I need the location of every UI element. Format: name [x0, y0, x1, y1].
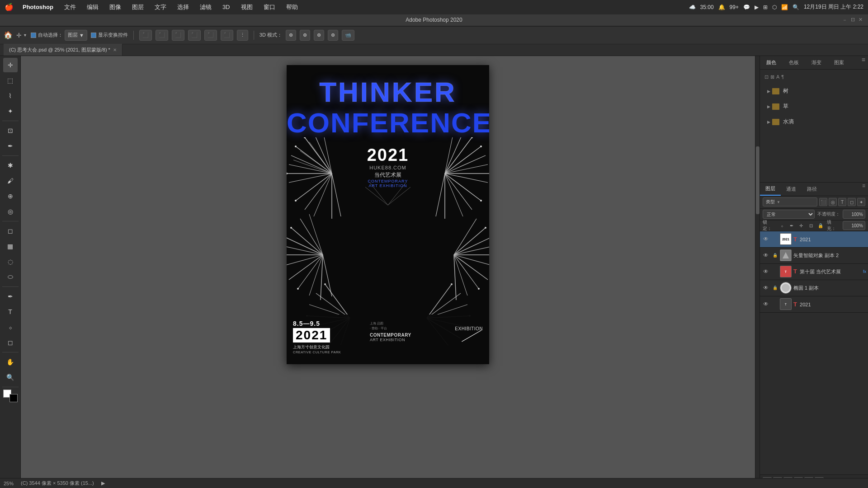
align-center-h-btn[interactable]: ⬛: [156, 30, 168, 41]
align-top-btn[interactable]: ⬛: [188, 30, 201, 41]
tab-close-btn[interactable]: ✕: [113, 47, 117, 52]
layer-vis-5[interactable]: 👁: [762, 300, 770, 308]
tab-pattern[interactable]: 图案: [828, 56, 850, 69]
3d-btn4[interactable]: ⊕: [328, 30, 338, 41]
v-scrollbar-thumb[interactable]: [756, 146, 760, 214]
align-right-btn[interactable]: ⬛: [172, 30, 184, 41]
menu-photoshop[interactable]: Photoshop: [21, 4, 55, 10]
layer-vis-2[interactable]: 👁: [762, 251, 770, 259]
tab-paths[interactable]: 路径: [802, 183, 822, 196]
apple-menu[interactable]: 🍎: [5, 3, 14, 11]
layer-vis-3[interactable]: 👁: [762, 267, 770, 276]
tree-item-2[interactable]: ▶ 草: [764, 101, 863, 113]
transform-checkbox[interactable]: 显示变换控件: [91, 32, 128, 38]
auto-select-checkbox[interactable]: 自动选择： 图层 ▼: [31, 30, 87, 41]
window-control[interactable]: －: [842, 17, 847, 23]
3d-btn3[interactable]: ⊕: [314, 30, 324, 41]
tab-gradient[interactable]: 渐变: [805, 56, 828, 69]
lock-all-icon[interactable]: 🔒: [817, 222, 824, 229]
menu-window[interactable]: 窗口: [262, 3, 277, 11]
history-brush-tool[interactable]: ◎: [3, 204, 18, 219]
window-close[interactable]: ✕: [859, 17, 863, 23]
menu-image[interactable]: 图像: [108, 3, 123, 11]
quick-select-tool[interactable]: ✦: [3, 104, 18, 118]
layer-item-5[interactable]: 👁 T T 2021: [760, 296, 868, 313]
lock-move-icon[interactable]: ⊡: [807, 222, 814, 229]
menu-edit[interactable]: 编辑: [85, 3, 100, 11]
fill-input[interactable]: [843, 221, 865, 230]
home-icon[interactable]: 🏠: [4, 31, 13, 39]
menu-text[interactable]: 文字: [153, 3, 168, 11]
ai-icon[interactable]: A: [776, 74, 779, 80]
menu-help[interactable]: 帮助: [284, 3, 300, 11]
eyedropper-tool[interactable]: ✒: [3, 139, 18, 153]
filter-text-icon[interactable]: T: [838, 198, 846, 206]
layer-item-1[interactable]: 👁 2021 T 2021: [760, 231, 868, 248]
move-tool[interactable]: ✛: [3, 58, 18, 72]
layers-options-btn[interactable]: ≡: [859, 183, 868, 196]
opacity-input[interactable]: [843, 210, 865, 219]
align-left-btn[interactable]: ⬛: [139, 30, 152, 41]
clone-tool[interactable]: ⊕: [3, 189, 18, 203]
layer-item-4[interactable]: 👁 🔒 椭圆 1 副本: [760, 280, 868, 296]
tree-item-3[interactable]: ▶ 水滴: [764, 116, 863, 128]
layer-select-dropdown[interactable]: 图层 ▼: [65, 30, 87, 41]
layer-item-2[interactable]: 👁 🔒 矢量智能对象 副本 2: [760, 248, 868, 264]
filter-adjust-icon[interactable]: ◎: [829, 198, 837, 206]
3d-btn1[interactable]: ⊕: [286, 30, 296, 41]
menu-view[interactable]: 视图: [239, 3, 255, 11]
paragraph-icon[interactable]: ¶: [781, 74, 784, 80]
lock-transparency-icon[interactable]: ⬦: [778, 222, 785, 229]
foreground-background-color[interactable]: [3, 389, 18, 402]
menu-file[interactable]: 文件: [62, 3, 78, 11]
window-maximize[interactable]: ⊡: [851, 17, 855, 23]
path-selection-tool[interactable]: ⬦: [3, 320, 18, 334]
align-center-v-btn[interactable]: ⬛: [204, 30, 217, 41]
menu-3d[interactable]: 3D: [221, 4, 232, 10]
layers-filter-dropdown[interactable]: 类型 ▼: [763, 197, 817, 206]
crop-tool[interactable]: ⊡: [3, 123, 18, 138]
v-scrollbar[interactable]: [755, 56, 760, 488]
search-icon[interactable]: 🔍: [793, 4, 799, 10]
filter-pixel-icon[interactable]: ⬛: [819, 198, 827, 206]
move-tool-icon[interactable]: ✛: [16, 32, 22, 39]
lasso-tool[interactable]: ⌇: [3, 89, 18, 103]
tab-channels[interactable]: 通道: [781, 183, 802, 196]
document-tab[interactable]: (C) 思考大会.psd @ 25% (2021, 图层蒙版/8) * ✕: [4, 44, 123, 56]
properties-icon2[interactable]: ⊠: [770, 74, 774, 80]
move-tool-arrow[interactable]: ▼: [23, 33, 27, 38]
eraser-tool[interactable]: ◻: [3, 224, 18, 238]
hand-tool[interactable]: ✋: [3, 355, 18, 369]
blur-tool[interactable]: ◌: [3, 254, 18, 269]
brush-tool[interactable]: 🖌: [3, 174, 18, 188]
blend-mode-select[interactable]: 正常: [763, 210, 815, 219]
3d-btn5[interactable]: 📹: [342, 30, 354, 41]
tab-swatches[interactable]: 色板: [783, 56, 805, 69]
layer-vis-1[interactable]: 👁: [762, 235, 770, 243]
tab-color[interactable]: 颜色: [760, 56, 783, 69]
select-tool[interactable]: ⬚: [3, 73, 18, 88]
panel-options-btn[interactable]: ≡: [859, 56, 868, 69]
text-tool[interactable]: T: [3, 305, 18, 319]
zoom-tool[interactable]: 🔍: [3, 370, 18, 385]
distribute-btn[interactable]: ⋮: [237, 30, 248, 41]
filter-smart-icon[interactable]: ✦: [857, 198, 865, 206]
shape-tool[interactable]: ◻: [3, 335, 18, 350]
spot-heal-tool[interactable]: ✱: [3, 158, 18, 173]
menu-select[interactable]: 选择: [175, 3, 191, 11]
3d-btn2[interactable]: ⊕: [300, 30, 310, 41]
lock-artboard-icon[interactable]: ✛: [798, 222, 805, 229]
layer-vis-4[interactable]: 👁: [762, 284, 770, 292]
tree-item-1[interactable]: ▶ 树: [764, 85, 863, 97]
filter-shape-icon[interactable]: ◻: [848, 198, 856, 206]
align-bottom-btn[interactable]: ⬛: [221, 30, 233, 41]
menu-filter[interactable]: 滤镜: [198, 3, 213, 11]
gradient-tool[interactable]: ▦: [3, 239, 18, 253]
layer-item-3[interactable]: 👁 T T 第十届 当代艺术展 fx: [760, 264, 868, 280]
tab-layers[interactable]: 图层: [760, 183, 781, 196]
pen-tool[interactable]: ✒: [3, 289, 18, 304]
nav-arrow[interactable]: ▶: [101, 480, 105, 486]
dodge-tool[interactable]: ⬭: [3, 270, 18, 284]
menu-layer[interactable]: 图层: [130, 3, 146, 11]
lock-paint-icon[interactable]: ✒: [788, 222, 795, 229]
